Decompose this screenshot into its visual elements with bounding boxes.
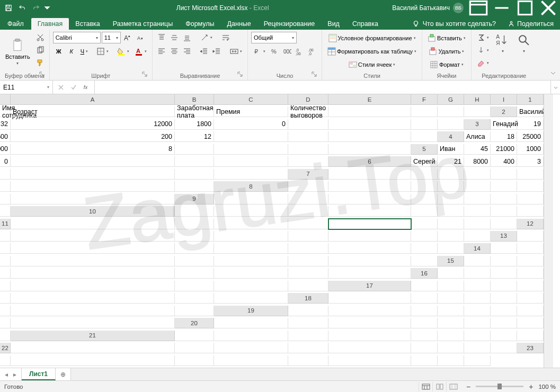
cell[interactable] xyxy=(328,256,411,266)
number-format-combo[interactable]: Общий▾ xyxy=(251,32,297,43)
row-header[interactable]: 2 xyxy=(491,106,517,117)
cell[interactable] xyxy=(411,331,438,341)
cell[interactable] xyxy=(491,331,517,341)
format-painter-icon[interactable] xyxy=(34,57,46,69)
bold-button[interactable]: Ж xyxy=(53,46,65,57)
cell[interactable] xyxy=(464,106,491,117)
row-header[interactable]: 18 xyxy=(288,293,328,304)
cell[interactable] xyxy=(288,318,328,328)
align-middle-icon[interactable] xyxy=(168,32,180,43)
clear-icon[interactable]: ▾ xyxy=(475,57,491,69)
clipboard-dialog-launcher[interactable] xyxy=(39,72,45,78)
name-box[interactable]: E11▾ xyxy=(0,81,53,94)
save-icon[interactable] xyxy=(2,2,15,14)
row-header[interactable]: 12 xyxy=(517,219,544,229)
cell[interactable] xyxy=(491,268,517,279)
cell[interactable] xyxy=(438,219,464,229)
cell[interactable]: 21000 xyxy=(491,144,517,155)
cell[interactable] xyxy=(175,156,214,167)
add-sheet-icon[interactable]: ⊕ xyxy=(56,368,70,380)
cell[interactable] xyxy=(214,131,288,142)
cell[interactable]: Алиса xyxy=(464,131,491,142)
decrease-font-icon[interactable]: A▾ xyxy=(135,32,146,43)
enter-formula-icon[interactable] xyxy=(68,82,79,93)
borders-icon[interactable]: ▾ xyxy=(94,46,111,57)
sheet-nav-prev-icon[interactable]: ◂ xyxy=(3,371,10,378)
tab-insert[interactable]: Вставка xyxy=(69,18,106,30)
cell[interactable] xyxy=(328,194,411,204)
cell[interactable] xyxy=(175,243,214,254)
cell[interactable] xyxy=(214,268,288,279)
cell[interactable] xyxy=(288,219,328,229)
cell[interactable] xyxy=(464,355,491,366)
cell[interactable] xyxy=(214,206,288,217)
cell[interactable] xyxy=(491,256,517,266)
copy-icon[interactable] xyxy=(34,44,46,56)
row-header[interactable]: 7 xyxy=(288,169,328,180)
decrease-indent-icon[interactable] xyxy=(198,46,210,57)
zoom-in-icon[interactable]: + xyxy=(527,383,535,390)
cell[interactable] xyxy=(11,281,175,291)
cell[interactable] xyxy=(491,206,517,217)
cell[interactable]: Василий xyxy=(517,106,544,117)
user-name[interactable]: Василий Батькавич xyxy=(392,4,450,12)
font-family-combo[interactable]: Calibri▾ xyxy=(53,32,101,43)
avatar[interactable]: ВБ xyxy=(453,3,464,13)
autosum-icon[interactable]: ▾ xyxy=(475,32,491,43)
cell[interactable]: Количество выговоров xyxy=(288,106,328,117)
cell[interactable] xyxy=(438,306,464,316)
column-header[interactable]: C xyxy=(214,94,288,105)
cell[interactable] xyxy=(288,181,328,192)
vertical-scrollbar[interactable] xyxy=(544,94,553,368)
insert-cells-button[interactable]: Вставить▾ xyxy=(425,32,468,44)
cell[interactable] xyxy=(438,355,464,366)
minimize-icon[interactable] xyxy=(490,0,513,16)
orientation-icon[interactable]: ▾ xyxy=(198,32,215,43)
cell[interactable] xyxy=(464,219,491,229)
cell[interactable] xyxy=(11,306,175,316)
wrap-text-icon[interactable] xyxy=(220,32,232,43)
cell[interactable] xyxy=(438,243,464,254)
cell[interactable] xyxy=(0,331,11,341)
view-page-break-icon[interactable] xyxy=(446,382,460,391)
row-header[interactable]: 6 xyxy=(328,156,411,167)
cell[interactable] xyxy=(288,206,328,217)
percent-format-icon[interactable]: % xyxy=(269,46,280,57)
cell[interactable] xyxy=(438,331,464,341)
font-size-combo[interactable]: 11▾ xyxy=(102,32,121,43)
row-header[interactable]: 4 xyxy=(438,131,464,142)
tell-me-search[interactable]: Что вы хотите сделать? xyxy=(407,18,501,30)
cell[interactable] xyxy=(517,331,544,341)
cell[interactable] xyxy=(328,331,411,341)
cell[interactable] xyxy=(438,231,464,242)
row-header[interactable]: 5 xyxy=(411,144,438,155)
cell[interactable] xyxy=(0,318,11,328)
column-header[interactable]: I xyxy=(491,94,517,105)
cell[interactable]: 19 xyxy=(517,119,544,130)
cell[interactable] xyxy=(175,181,214,192)
font-dialog-launcher[interactable] xyxy=(141,72,148,78)
cell[interactable]: 18 xyxy=(491,131,517,142)
cell[interactable] xyxy=(175,256,214,266)
cell[interactable] xyxy=(214,231,288,242)
sheet-nav-next-icon[interactable]: ▸ xyxy=(12,371,18,378)
find-select-button[interactable]: ▾ xyxy=(514,32,534,55)
cell[interactable] xyxy=(288,243,328,254)
paste-button[interactable]: Вставить ▾ xyxy=(3,32,32,72)
sort-filter-button[interactable]: АЯ▾ xyxy=(493,32,512,55)
cell[interactable] xyxy=(491,243,517,254)
cell[interactable]: 21 xyxy=(438,156,464,167)
cell[interactable] xyxy=(411,169,438,180)
italic-button[interactable]: К xyxy=(66,46,77,57)
cell[interactable] xyxy=(411,243,438,254)
cell[interactable] xyxy=(328,355,411,366)
close-icon[interactable] xyxy=(537,0,560,16)
cell[interactable] xyxy=(0,293,11,304)
cell[interactable]: Иван xyxy=(438,144,464,155)
cell[interactable] xyxy=(214,331,288,341)
cell[interactable] xyxy=(288,281,328,291)
cell[interactable] xyxy=(175,306,214,316)
cell[interactable]: 0 xyxy=(0,156,11,167)
cell[interactable] xyxy=(288,355,328,366)
cell[interactable] xyxy=(328,106,411,117)
